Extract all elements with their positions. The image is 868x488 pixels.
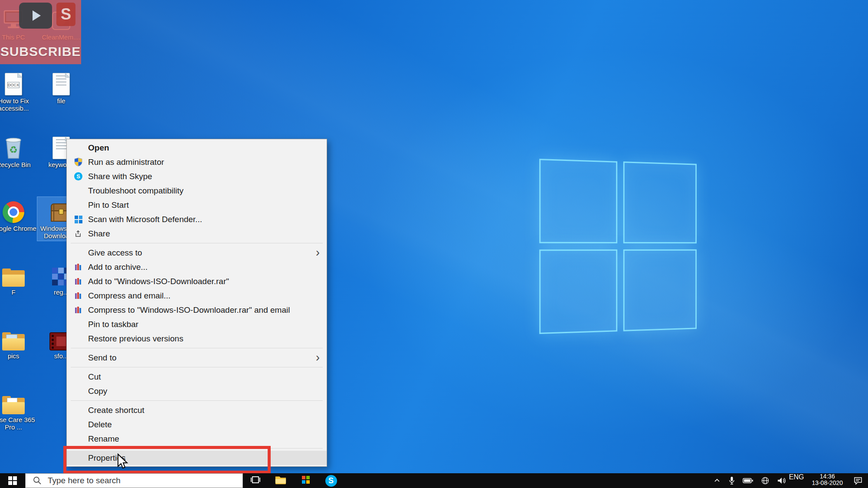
search-placeholder: Type here to search bbox=[48, 476, 121, 485]
desktop-icon-wise-care-365-pro[interactable]: Wise Care 365 Pro ... bbox=[0, 388, 37, 432]
taskbar-spacer bbox=[344, 473, 713, 488]
logo-pane bbox=[539, 249, 617, 334]
menu-separator bbox=[71, 348, 323, 348]
defender-icon bbox=[72, 216, 84, 223]
desktop-icon-f[interactable]: F bbox=[0, 261, 37, 297]
menu-item-compress-to-windows-iso-downloader-rar-a[interactable]: Compress to "Windows-ISO-Downloader.rar"… bbox=[67, 303, 327, 317]
menu-item-label: Rename bbox=[88, 434, 322, 444]
annotation-highlight-properties bbox=[63, 446, 271, 474]
menu-item-copy[interactable]: Copy bbox=[67, 384, 327, 398]
menu-item-restore-previous-versions[interactable]: Restore previous versions bbox=[67, 331, 327, 346]
menu-item-rename[interactable]: Rename bbox=[67, 432, 327, 446]
menu-item-run-as-administrator[interactable]: Run as administrator bbox=[67, 155, 327, 169]
winrar-icon bbox=[72, 278, 84, 285]
menu-item-delete[interactable]: Delete bbox=[67, 417, 327, 432]
subscribe-watermark: S SUBSCRIBE bbox=[0, 0, 81, 64]
menu-item-pin-to-taskbar[interactable]: Pin to taskbar bbox=[67, 317, 327, 331]
battery-icon[interactable] bbox=[743, 478, 753, 484]
play-icon bbox=[33, 10, 41, 21]
desktop-icon-recycle-bin[interactable]: ♻Recycle Bin bbox=[0, 133, 37, 170]
menu-item-label: Share bbox=[88, 229, 322, 239]
menu-item-label: Send to bbox=[88, 353, 316, 363]
menu-item-label: Copy bbox=[88, 386, 322, 396]
menu-item-label: Delete bbox=[88, 420, 322, 429]
menu-item-troubleshoot-compatibility[interactable]: Troubleshoot compatibility bbox=[67, 183, 327, 198]
menu-item-label: Pin to Start bbox=[88, 200, 322, 210]
chevron-up-icon[interactable] bbox=[713, 477, 721, 485]
menu-item-compress-and-email[interactable]: Compress and email... bbox=[67, 288, 327, 303]
file-explorer-button[interactable] bbox=[268, 473, 293, 488]
menu-separator bbox=[71, 367, 323, 367]
microphone-icon[interactable] bbox=[728, 476, 735, 485]
search-box[interactable]: Type here to search bbox=[25, 473, 243, 488]
action-center-button[interactable] bbox=[848, 473, 868, 488]
windows-logo-icon bbox=[8, 476, 17, 485]
menu-item-label: Cut bbox=[88, 372, 322, 382]
submenu-chevron-icon: › bbox=[316, 352, 320, 364]
desktop-icon-how-to-fix-accessib[interactable]: DOCXHow to Fix accessib... bbox=[0, 69, 37, 113]
video-thumbnail bbox=[19, 3, 52, 29]
taskbar-clock[interactable]: 14:36 13-08-2020 bbox=[812, 473, 843, 488]
search-icon bbox=[33, 476, 42, 485]
wallpaper-windows-logo bbox=[539, 159, 697, 334]
skype-button[interactable]: S bbox=[318, 473, 344, 488]
menu-item-open[interactable]: Open bbox=[67, 141, 327, 155]
menu-item-add-to-archive[interactable]: Add to archive... bbox=[67, 260, 327, 274]
system-tray bbox=[713, 473, 786, 488]
menu-item-label: Compress and email... bbox=[88, 291, 322, 301]
desktop-icon-google-chrome[interactable]: Google Chrome bbox=[0, 197, 37, 233]
menu-item-label: Pin to taskbar bbox=[88, 320, 322, 329]
taskbar: Type here to search S ENG 14:36 13-08-20… bbox=[0, 473, 868, 488]
clock-date: 13-08-2020 bbox=[812, 480, 843, 486]
menu-item-scan-with-microsoft-defender[interactable]: Scan with Microsoft Defender... bbox=[67, 212, 327, 226]
menu-item-label: Restore previous versions bbox=[88, 334, 322, 344]
desktop: This PCCleanMem....DOCXHow to Fix access… bbox=[0, 0, 868, 488]
desktop-icon-pics[interactable]: pics bbox=[0, 324, 37, 361]
taskbar-buttons: S bbox=[243, 473, 344, 488]
action-center-icon bbox=[853, 476, 863, 485]
winrar-icon bbox=[72, 292, 84, 299]
uac-shield-icon bbox=[72, 157, 84, 167]
desktop-icon-label: file bbox=[57, 97, 65, 105]
menu-item-pin-to-start[interactable]: Pin to Start bbox=[67, 198, 327, 212]
microsoft-store-icon bbox=[301, 475, 311, 487]
folder-pics-icon bbox=[2, 325, 25, 350]
menu-item-label: Troubleshoot compatibility bbox=[88, 186, 322, 196]
menu-item-label: Compress to "Windows-ISO-Downloader.rar"… bbox=[88, 305, 322, 315]
microsoft-store-button[interactable] bbox=[293, 473, 318, 488]
recycle-icon: ♻ bbox=[4, 134, 23, 159]
menu-item-label: Run as administrator bbox=[88, 157, 322, 167]
desktop-icon-label: How to Fix accessib... bbox=[0, 97, 37, 112]
volume-icon[interactable] bbox=[777, 477, 786, 485]
menu-item-send-to[interactable]: Send to› bbox=[67, 350, 327, 365]
submenu-chevron-icon: › bbox=[316, 247, 320, 259]
menu-item-share-with-skype[interactable]: SShare with Skype bbox=[67, 169, 327, 183]
menu-item-label: Share with Skype bbox=[88, 172, 322, 181]
task-view-button[interactable] bbox=[243, 473, 268, 488]
file-explorer-icon bbox=[275, 475, 287, 487]
menu-separator bbox=[71, 243, 323, 243]
language-indicator[interactable]: ENG bbox=[789, 473, 804, 488]
subscribe-label: SUBSCRIBE bbox=[0, 44, 81, 59]
menu-item-label: Scan with Microsoft Defender... bbox=[88, 215, 322, 224]
folder-paper-icon bbox=[2, 389, 25, 414]
menu-item-cut[interactable]: Cut bbox=[67, 370, 327, 384]
network-globe-icon[interactable] bbox=[761, 476, 770, 485]
svg-text:♻: ♻ bbox=[9, 144, 18, 155]
menu-item-label: Open bbox=[88, 143, 322, 153]
docx-icon: DOCX bbox=[5, 70, 22, 95]
menu-item-add-to-windows-iso-downloader-rar[interactable]: Add to "Windows-ISO-Downloader.rar" bbox=[67, 274, 327, 288]
mouse-cursor bbox=[117, 453, 129, 470]
desktop-icon-label: Google Chrome bbox=[0, 225, 36, 232]
start-button[interactable] bbox=[0, 473, 25, 488]
task-view-icon bbox=[250, 474, 261, 487]
desktop-icon-file[interactable]: file bbox=[37, 69, 85, 106]
menu-item-share[interactable]: Share bbox=[67, 226, 327, 241]
menu-item-give-access-to[interactable]: Give access to› bbox=[67, 246, 327, 260]
menu-separator bbox=[71, 400, 323, 401]
folder-icon bbox=[2, 262, 25, 287]
textfile-icon bbox=[52, 70, 70, 95]
menu-item-label: Give access to bbox=[88, 248, 316, 258]
desktop-icon-label: Wise Care 365 Pro ... bbox=[0, 416, 37, 431]
menu-item-create-shortcut[interactable]: Create shortcut bbox=[67, 403, 327, 417]
